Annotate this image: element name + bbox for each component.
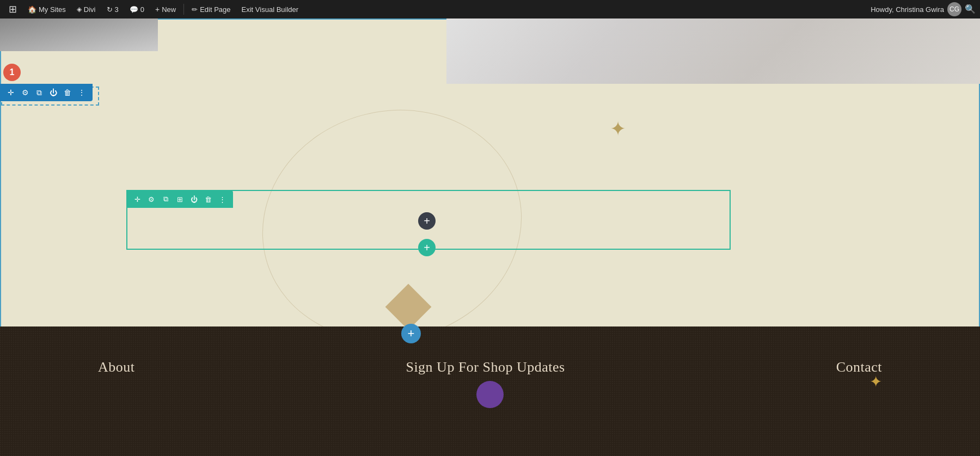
- comments-menu[interactable]: 💬 0: [125, 0, 149, 19]
- new-menu[interactable]: + New: [151, 0, 180, 19]
- row-move-button[interactable]: ✛: [131, 193, 144, 206]
- greeting-text: Howdy, Christina Gwira: [871, 5, 944, 14]
- section1-more-button[interactable]: ⋮: [75, 86, 88, 99]
- row-more-button[interactable]: ⋮: [216, 193, 229, 206]
- my-sites-label: My Sites: [39, 5, 66, 14]
- footer-about-link[interactable]: About: [98, 359, 135, 375]
- comments-count: 0: [140, 5, 144, 14]
- row-disable-button[interactable]: ⏻: [187, 193, 200, 206]
- my-sites-menu[interactable]: 🏠 My Sites: [23, 0, 70, 19]
- add-row-button[interactable]: +: [418, 239, 436, 256]
- main-content: 1 ✛ ⚙ ⧉ ⏻ 🗑 ⋮ ✦ ✛ ⚙ ⧉ ⊞ ⏻ 🗑 ⋮ + + +: [0, 19, 980, 456]
- add-section-button[interactable]: +: [401, 324, 421, 343]
- admin-bar: ⊞ 🏠 My Sites ◈ Divi ↻ 3 💬 0 + New ✏ Edit…: [0, 0, 980, 19]
- section-badge: 1: [3, 64, 21, 81]
- search-icon[interactable]: 🔍: [965, 4, 976, 15]
- admin-bar-right: Howdy, Christina Gwira CG 🔍: [871, 2, 976, 16]
- footer-purple-circle[interactable]: [476, 381, 504, 408]
- row-duplicate-button[interactable]: ⧉: [159, 193, 172, 206]
- section1-settings-button[interactable]: ⚙: [19, 86, 32, 99]
- updates-count: 3: [115, 5, 119, 14]
- row-settings-button[interactable]: ⚙: [145, 193, 158, 206]
- footer-section: ✦ About Sign Up For Shop Updates Contact: [0, 326, 980, 456]
- exit-vb-label: Exit Visual Builder: [242, 5, 299, 14]
- new-label: New: [162, 5, 176, 14]
- section1-move-button[interactable]: ✛: [4, 86, 17, 99]
- top-image-right: [446, 19, 980, 84]
- divi-label: Divi: [84, 5, 96, 14]
- row-delete-button[interactable]: 🗑: [201, 193, 215, 206]
- footer-content: About Sign Up For Shop Updates Contact: [0, 326, 980, 375]
- divi-menu[interactable]: ◈ Divi: [72, 0, 100, 19]
- wp-logo[interactable]: ⊞: [4, 0, 21, 19]
- edit-page-button[interactable]: ✏ Edit Page: [187, 0, 235, 19]
- top-image-strip: [0, 19, 158, 51]
- add-module-button[interactable]: +: [418, 212, 436, 230]
- section1-duplicate-button[interactable]: ⧉: [33, 86, 46, 99]
- updates-menu[interactable]: ↻ 3: [102, 0, 123, 19]
- section1-delete-button[interactable]: 🗑: [61, 86, 74, 99]
- footer-signup-link[interactable]: Sign Up For Shop Updates: [406, 359, 565, 375]
- section1-toolbar: ✛ ⚙ ⧉ ⏻ 🗑 ⋮: [0, 84, 93, 101]
- separator: [183, 4, 184, 15]
- edit-page-label: Edit Page: [200, 5, 230, 14]
- footer-star-icon: ✦: [869, 373, 882, 391]
- exit-visual-builder-button[interactable]: Exit Visual Builder: [237, 0, 303, 19]
- avatar[interactable]: CG: [947, 2, 961, 16]
- row-toolbar: ✛ ⚙ ⧉ ⊞ ⏻ 🗑 ⋮: [126, 190, 233, 208]
- section1-disable-button[interactable]: ⏻: [47, 86, 60, 99]
- row-grid-button[interactable]: ⊞: [173, 193, 186, 206]
